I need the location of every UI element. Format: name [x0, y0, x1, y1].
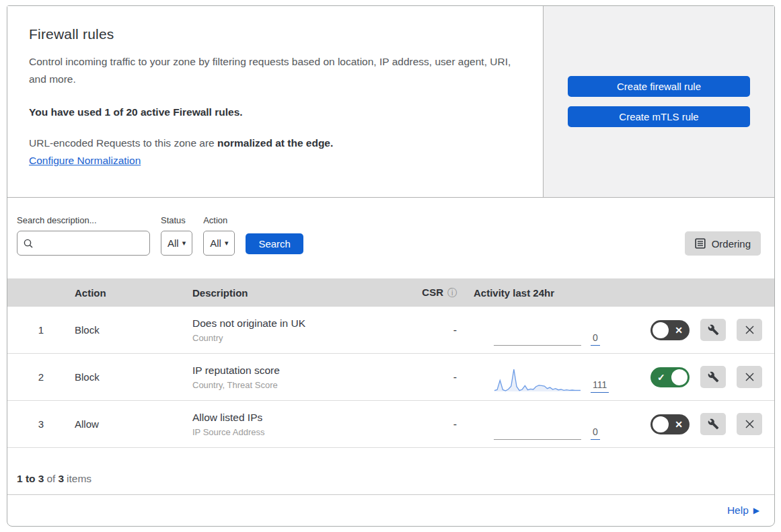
pagination-items: items — [67, 473, 91, 485]
help-row: Help ▶ — [7, 494, 774, 526]
delete-rule-button[interactable] — [737, 319, 762, 341]
activity-count-link[interactable]: 111 — [591, 379, 609, 393]
rule-controls: ✓ ✕ — [636, 366, 774, 388]
rule-enabled-toggle[interactable]: ✓ ✕ — [650, 414, 690, 434]
column-activity: Activity last 24hr — [465, 287, 636, 299]
rule-activity-cell: 111 — [465, 354, 636, 400]
delete-rule-button[interactable] — [737, 366, 762, 388]
activity-sparkline — [494, 366, 581, 393]
rule-controls: ✓ ✕ — [636, 319, 774, 341]
info-icon[interactable]: ⓘ — [447, 287, 457, 298]
activity-sparkline — [494, 414, 581, 440]
rule-csr: - — [408, 371, 465, 383]
search-icon — [23, 238, 34, 249]
table-row: 3 Allow Allow listed IPs IP Source Addre… — [7, 401, 774, 448]
action-filter-group: Action All ▾ — [203, 215, 235, 256]
table-header: Action Description CSRⓘ Activity last 24… — [7, 278, 774, 307]
rule-enabled-toggle[interactable]: ✓ ✕ — [650, 367, 690, 387]
chevron-down-icon: ▾ — [225, 239, 229, 247]
activity-count-link[interactable]: 0 — [591, 426, 600, 440]
rule-description-cell: IP reputation score Country, Threat Scor… — [192, 365, 408, 390]
close-icon — [745, 325, 755, 335]
rule-description-cell: Does not originate in UK Country — [192, 317, 408, 343]
page-description: Control incoming traffic to your zone by… — [29, 53, 513, 89]
usage-summary: You have used 1 of 20 active Firewall ru… — [29, 106, 513, 118]
rule-description-cell: Allow listed IPs IP Source Address — [192, 412, 408, 437]
table-row: 2 Block IP reputation score Country, Thr… — [7, 354, 774, 401]
rule-activity-cell: 0 — [465, 307, 636, 353]
page-title: Firewall rules — [29, 26, 513, 42]
close-icon — [745, 372, 755, 382]
activity-sparkline — [494, 319, 581, 346]
edit-rule-button[interactable] — [700, 413, 726, 435]
rule-action: Allow — [75, 418, 192, 430]
table-body: 1 Block Does not originate in UK Country… — [7, 307, 774, 448]
activity-count-link[interactable]: 0 — [591, 332, 600, 346]
column-csr: CSRⓘ — [408, 287, 465, 299]
wrench-icon — [708, 418, 719, 430]
rule-activity-cell: 0 — [465, 401, 636, 447]
normalization-note-bold: normalized at the edge. — [217, 137, 333, 149]
ordering-button[interactable]: Ordering — [685, 231, 761, 256]
normalization-note: URL-encoded Requests to this zone are no… — [29, 137, 513, 149]
x-icon: ✕ — [675, 420, 683, 429]
column-csr-label: CSR — [422, 287, 443, 298]
rule-description: IP reputation score — [192, 365, 408, 377]
pagination-of: of — [46, 473, 55, 485]
toggle-knob — [653, 322, 669, 338]
actions-panel: Create firewall rule Create mTLS rule — [544, 6, 774, 197]
chevron-down-icon: ▾ — [182, 239, 186, 247]
wrench-icon — [708, 324, 719, 336]
create-mtls-rule-button[interactable]: Create mTLS rule — [568, 106, 750, 127]
rule-enabled-toggle[interactable]: ✓ ✕ — [650, 320, 690, 340]
filter-bar: Search description... Status All ▾ Actio… — [7, 198, 774, 278]
configure-normalization-link[interactable]: Configure Normalization — [29, 155, 141, 166]
search-input[interactable] — [38, 238, 144, 249]
rule-action: Block — [75, 371, 192, 383]
rule-priority: 2 — [7, 371, 75, 383]
ordering-icon — [695, 238, 706, 249]
intro-card: Firewall rules Control incoming traffic … — [7, 6, 544, 197]
rule-priority: 3 — [7, 418, 75, 430]
check-icon: ✓ — [657, 373, 665, 382]
help-link[interactable]: Help ▶ — [727, 504, 759, 517]
action-dropdown[interactable]: All ▾ — [203, 231, 235, 256]
rule-fields: Country, Threat Score — [192, 380, 408, 390]
search-button[interactable]: Search — [246, 233, 303, 254]
rule-description: Allow listed IPs — [192, 412, 408, 424]
toggle-knob — [671, 369, 687, 385]
status-dropdown-value: All — [168, 237, 179, 249]
rule-csr: - — [408, 418, 465, 430]
help-arrow-icon: ▶ — [753, 506, 759, 515]
rules-table: Action Description CSRⓘ Activity last 24… — [7, 278, 774, 448]
search-box — [17, 231, 150, 256]
normalization-note-text: URL-encoded Requests to this zone are — [29, 137, 217, 149]
search-filter-group: Search description... — [17, 215, 150, 256]
pagination-range: 1 to 3 — [17, 473, 44, 485]
close-icon — [745, 419, 755, 429]
rule-description: Does not originate in UK — [192, 317, 408, 330]
rule-csr: - — [408, 324, 465, 336]
column-description: Description — [192, 287, 408, 299]
create-firewall-rule-button[interactable]: Create firewall rule — [568, 76, 750, 97]
toggle-knob — [653, 416, 669, 432]
status-filter-group: Status All ▾ — [161, 215, 192, 256]
ordering-button-label: Ordering — [712, 238, 751, 250]
edit-rule-button[interactable] — [700, 319, 726, 341]
table-row: 1 Block Does not originate in UK Country… — [7, 307, 774, 354]
delete-rule-button[interactable] — [737, 413, 762, 435]
help-link-label: Help — [727, 504, 749, 517]
x-icon: ✕ — [675, 326, 683, 335]
action-dropdown-value: All — [210, 237, 221, 249]
rule-fields: IP Source Address — [192, 427, 408, 437]
rule-fields: Country — [192, 333, 408, 343]
status-dropdown[interactable]: All ▾ — [161, 231, 192, 256]
rule-action: Block — [75, 324, 192, 336]
wrench-icon — [708, 371, 719, 383]
header-section: Firewall rules Control incoming traffic … — [7, 6, 774, 198]
column-action: Action — [75, 287, 192, 299]
rule-controls: ✓ ✕ — [636, 413, 774, 435]
status-label: Status — [161, 215, 192, 225]
edit-rule-button[interactable] — [700, 366, 726, 388]
pagination-summary: 1 to 3 of 3 items — [7, 448, 774, 494]
